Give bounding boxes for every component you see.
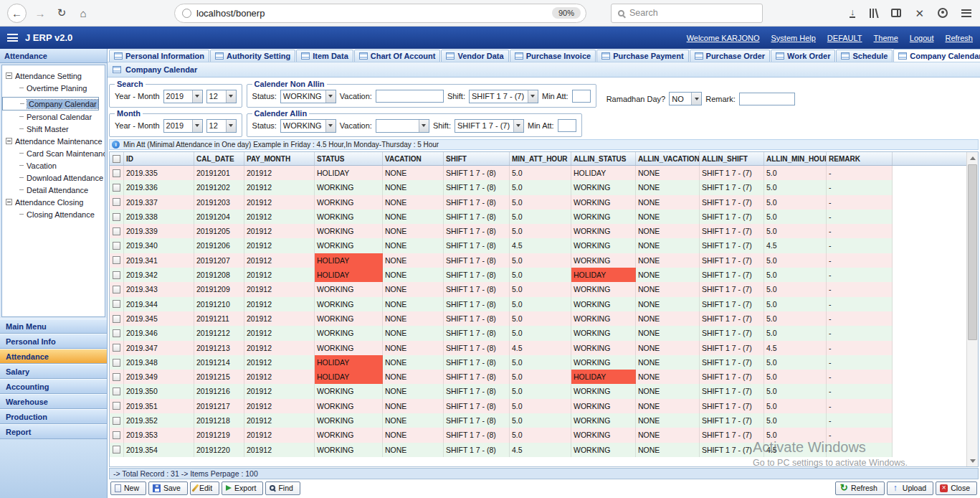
row-checkbox[interactable] (113, 387, 120, 395)
row-checkbox[interactable] (113, 198, 120, 206)
ramadhan-select[interactable]: NO (669, 92, 702, 105)
sidebar-item-attendance-maintenance[interactable]: Attendance Maintenance (2, 135, 105, 147)
zoom-badge[interactable]: 90% (552, 7, 581, 19)
table-row[interactable]: 2019.35020191216201912WORKINGNONESHIFT 1… (110, 384, 893, 398)
new-button[interactable]: New (110, 481, 146, 495)
table-row[interactable]: 2019.35220191218201912WORKINGNONESHIFT 1… (110, 413, 893, 428)
menu-item-salary[interactable]: Salary (0, 364, 107, 379)
column-header-pay-month[interactable]: PAY_MONTH (244, 152, 315, 165)
sidebar-item-overtime-planing[interactable]: Overtime Planing (2, 82, 105, 94)
header-link-default[interactable]: DEFAULT (827, 34, 862, 42)
row-select-cell[interactable] (110, 238, 124, 253)
sidebar-item-card-scan-maintenance[interactable]: Card Scan Maintenance (2, 147, 105, 159)
row-select-cell[interactable] (110, 370, 124, 384)
table-row[interactable]: 2019.34920191215201912HOLIDAYNONESHIFT 1… (110, 370, 893, 384)
row-checkbox[interactable] (113, 213, 120, 221)
find-button[interactable]: Find (265, 481, 300, 495)
menu-item-accounting[interactable]: Accounting (0, 379, 107, 394)
column-header-allin-status[interactable]: ALLIN_STATUS (571, 152, 636, 165)
extension-x-icon[interactable]: ✕ (915, 9, 924, 18)
reload-button[interactable]: ↻ (54, 5, 70, 21)
tab-purchase-order[interactable]: Purchase Order (690, 50, 771, 62)
tab-company-calendar[interactable]: Company Calendar (893, 49, 980, 62)
vertical-scrollbar[interactable] (966, 152, 978, 466)
sidebar-item-vacation[interactable]: Vacation (2, 159, 105, 172)
menu-item-warehouse[interactable]: Warehouse (0, 394, 107, 409)
vacation-input[interactable] (376, 90, 444, 103)
row-select-cell[interactable] (110, 355, 124, 370)
library-icon[interactable] (869, 9, 877, 18)
remark-input[interactable] (739, 93, 795, 105)
scroll-up-icon[interactable] (967, 152, 978, 164)
row-checkbox[interactable] (113, 446, 120, 454)
row-checkbox[interactable] (113, 300, 120, 308)
column-header-allin-shift[interactable]: ALLIN_SHIFT (700, 152, 764, 165)
tab-schedule[interactable]: Schedule (836, 50, 893, 62)
row-checkbox[interactable] (113, 184, 120, 192)
table-row[interactable]: 2019.34120191207201912HOLIDAYNONESHIFT 1… (110, 253, 893, 268)
row-checkbox[interactable] (113, 242, 120, 250)
row-checkbox[interactable] (113, 286, 120, 293)
header-link-logout[interactable]: Logout (910, 34, 934, 42)
table-row[interactable]: 2019.34620191212201912WORKINGNONESHIFT 1… (110, 326, 893, 340)
column-header-cal-date[interactable]: CAL_DATE (194, 152, 244, 165)
table-row[interactable]: 2019.34320191209201912WORKINGNONESHIFT 1… (110, 282, 893, 296)
header-link-theme[interactable]: Theme (874, 34, 898, 42)
row-select-cell[interactable] (110, 268, 124, 282)
column-header-vacation[interactable]: VACATION (383, 152, 444, 165)
row-select-cell[interactable] (110, 326, 124, 340)
close-button[interactable]: Close (936, 481, 977, 495)
row-select-cell[interactable] (110, 413, 124, 428)
row-select-cell[interactable] (110, 253, 124, 268)
sidebar-item-company-calendar[interactable]: Company Calendar (2, 97, 99, 111)
row-checkbox[interactable] (113, 417, 120, 425)
sidebar-item-shift-master[interactable]: Shift Master (2, 123, 105, 135)
collapse-icon[interactable] (6, 138, 12, 144)
column-header-remark[interactable]: REMARK (827, 152, 893, 165)
column-header-min-att-hour[interactable]: MIN_ATT_HOUR (510, 152, 571, 165)
row-checkbox[interactable] (113, 402, 120, 410)
upload-button[interactable]: Upload (887, 481, 933, 495)
table-row[interactable]: 2019.35420191220201912WORKINGNONESHIFT 1… (110, 443, 893, 457)
row-checkbox[interactable] (113, 315, 120, 323)
save-button[interactable]: Save (148, 481, 188, 495)
row-checkbox[interactable] (113, 431, 120, 439)
sidebar-item-closing-attendance[interactable]: Closing Attendance (2, 208, 105, 220)
sidebar-item-attendance-closing[interactable]: Attendance Closing (2, 196, 105, 208)
month-select[interactable]: 12 (206, 90, 237, 103)
tab-item-data[interactable]: Item Data (296, 50, 353, 62)
table-row[interactable]: 2019.34420191210201912WORKINGNONESHIFT 1… (110, 297, 893, 311)
forward-button[interactable]: → (32, 5, 48, 21)
refresh-button[interactable]: Refresh (835, 481, 885, 495)
row-select-cell[interactable] (110, 443, 124, 457)
tab-chart-of-account[interactable]: Chart Of Account (354, 50, 441, 62)
column-header-id[interactable]: ID (124, 152, 194, 165)
tab-purchase-invoice[interactable]: Purchase Invoice (510, 50, 596, 62)
row-checkbox[interactable] (113, 344, 120, 352)
table-row[interactable]: 2019.33520191201201912HOLIDAYNONESHIFT 1… (110, 166, 893, 180)
shift-select[interactable]: SHIFT 1 7 - (7) (469, 90, 538, 103)
menu-item-main-menu[interactable]: Main Menu (0, 319, 107, 334)
row-checkbox[interactable] (113, 329, 120, 337)
collapse-icon[interactable] (6, 72, 12, 79)
sidebar-item-detail-attendance[interactable]: Detail Attendance (2, 184, 105, 196)
scroll-down-icon[interactable] (967, 455, 978, 466)
month-month-select[interactable]: 12 (206, 119, 237, 133)
tab-work-order[interactable]: Work Order (771, 50, 835, 62)
edit-button[interactable]: Edit (190, 481, 219, 495)
allin-shift-select[interactable]: SHIFT 1 7 - (7) (455, 119, 524, 133)
row-checkbox[interactable] (113, 227, 120, 235)
column-header-allin-vacation[interactable]: ALLIN_VACATION (636, 152, 700, 165)
page-info-icon[interactable] (182, 9, 191, 18)
browser-search-input[interactable]: Search (611, 4, 763, 23)
tab-personal-information[interactable]: Personal Information (109, 50, 209, 62)
table-row[interactable]: 2019.34220191208201912HOLIDAYNONESHIFT 1… (110, 268, 893, 282)
row-checkbox[interactable] (113, 169, 120, 177)
row-select-cell[interactable] (110, 210, 124, 224)
table-row[interactable]: 2019.33920191205201912WORKINGNONESHIFT 1… (110, 224, 893, 238)
url-bar[interactable]: localhost/bonerp 90% (174, 4, 586, 23)
table-row[interactable]: 2019.33720191203201912WORKINGNONESHIFT 1… (110, 195, 893, 210)
row-checkbox[interactable] (113, 256, 120, 264)
header-link-system-help[interactable]: System Help (771, 34, 816, 42)
export-button[interactable]: Export (222, 481, 263, 495)
